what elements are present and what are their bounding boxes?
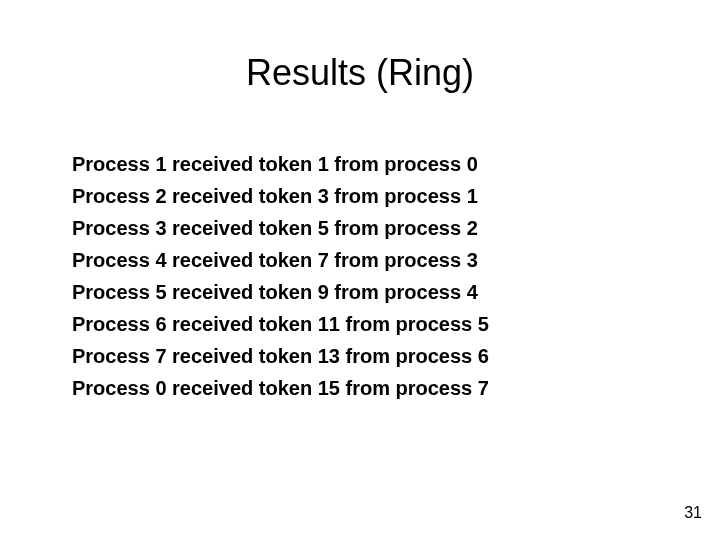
output-line: Process 7 received token 13 from process…	[72, 340, 648, 372]
slide-title: Results (Ring)	[0, 52, 720, 94]
output-line: Process 5 received token 9 from process …	[72, 276, 648, 308]
output-line: Process 1 received token 1 from process …	[72, 148, 648, 180]
slide-body: Process 1 received token 1 from process …	[72, 148, 648, 404]
output-line: Process 4 received token 7 from process …	[72, 244, 648, 276]
output-line: Process 0 received token 15 from process…	[72, 372, 648, 404]
output-line: Process 3 received token 5 from process …	[72, 212, 648, 244]
output-line: Process 2 received token 3 from process …	[72, 180, 648, 212]
page-number: 31	[684, 504, 702, 522]
output-line: Process 6 received token 11 from process…	[72, 308, 648, 340]
slide: Results (Ring) Process 1 received token …	[0, 0, 720, 540]
